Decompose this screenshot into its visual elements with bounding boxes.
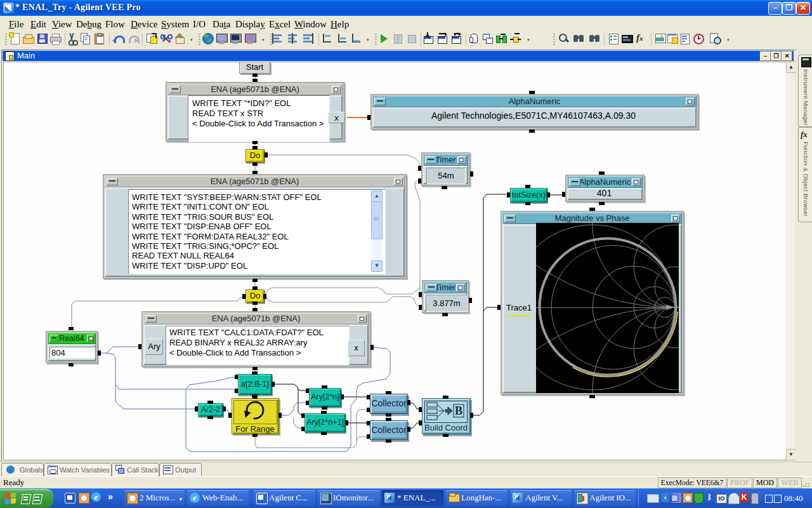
svg-text:B: B <box>455 404 462 417</box>
